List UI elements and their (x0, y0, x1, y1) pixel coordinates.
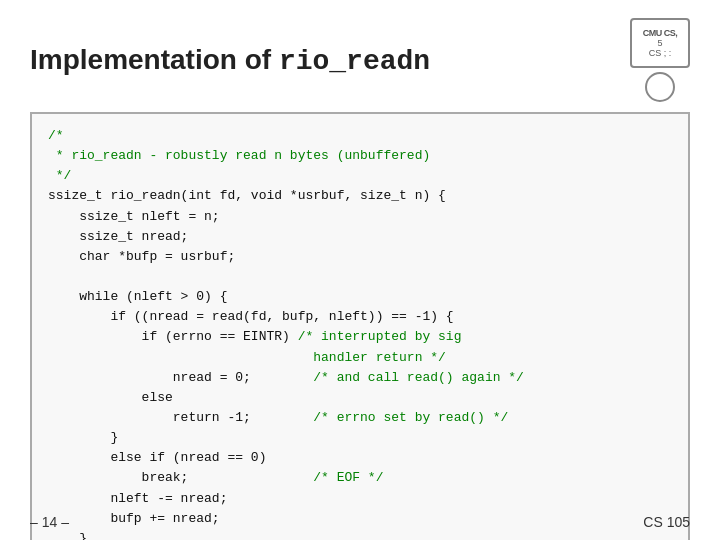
footer: – 14 – CS 105 (0, 514, 720, 530)
course-label: CS 105 (643, 514, 690, 530)
slide-page: Implementation of rio_readn CMU CS, 5 CS… (0, 0, 720, 540)
logo-subtext: 5 (657, 38, 662, 48)
logo-box: CMU CS, 5 CS ; : (630, 18, 690, 68)
slide-title: Implementation of rio_readn (30, 44, 430, 77)
code-comment-3: /* errno set by read() */ (313, 410, 508, 425)
code-comment-2: /* and call read() again */ (313, 370, 524, 385)
title-prefix: Implementation of (30, 44, 279, 75)
logo-area: CMU CS, 5 CS ; : (630, 18, 690, 102)
code-comment-1: /* interrupted by sig handler return */ (48, 329, 461, 364)
page-number: – 14 – (30, 514, 69, 530)
logo-circle (645, 72, 675, 102)
code-comment-open: /* * rio_readn - robustly read n bytes (… (48, 128, 430, 183)
code-block: /* * rio_readn - robustly read n bytes (… (30, 112, 690, 540)
logo-subtext2: CS ; : (649, 48, 672, 58)
code-comment-4: /* EOF */ (313, 470, 383, 485)
title-code: rio_readn (279, 46, 430, 77)
title-area: Implementation of rio_readn CMU CS, 5 CS… (0, 0, 720, 112)
logo-text: CMU CS, (643, 28, 678, 38)
